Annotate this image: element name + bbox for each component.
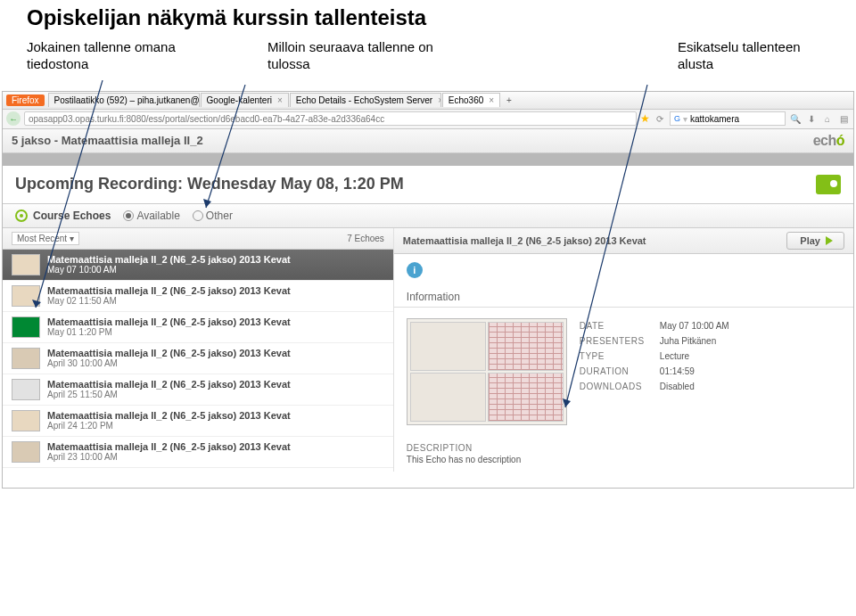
arrow-3	[558, 85, 674, 415]
menu-icon[interactable]: ▤	[837, 112, 850, 125]
play-icon	[826, 236, 833, 245]
search-input[interactable]: kattokamera	[690, 114, 739, 124]
record-icon	[816, 175, 841, 194]
search-provider-icon: G	[674, 114, 680, 123]
annotation-preview: Esikatselu tallenteen alusta	[678, 39, 829, 73]
list-item[interactable]: Matemaattisia malleja II_2 (N6_2-5 jakso…	[3, 374, 393, 406]
echo-title: Matemaattisia malleja II_2 (N6_2-5 jakso…	[47, 316, 291, 327]
search-icon[interactable]: 🔍	[789, 112, 802, 125]
desc-val: This Echo has no description	[407, 455, 841, 464]
list-icon	[15, 209, 28, 222]
svg-line-4	[565, 85, 647, 407]
preview-thumbnail[interactable]	[407, 318, 567, 425]
list-item[interactable]: Matemaattisia malleja II_2 (N6_2-5 jakso…	[3, 312, 393, 343]
echo-title: Matemaattisia malleja II_2 (N6_2-5 jakso…	[47, 410, 291, 421]
list-item[interactable]: Matemaattisia malleja II_2 (N6_2-5 jakso…	[3, 437, 393, 468]
arrow-2	[201, 85, 263, 214]
info-icon[interactable]: i	[407, 262, 423, 278]
new-tab-button[interactable]: +	[501, 94, 517, 107]
tab-2[interactable]: Echo Details - EchoSystem Server×	[290, 93, 441, 107]
annotation-file: Jokainen tallenne omana tiedostona	[27, 39, 205, 73]
home-icon[interactable]: ⌂	[821, 112, 834, 125]
thumbnail-icon	[12, 441, 40, 463]
svg-marker-3	[203, 199, 211, 208]
echo-logo: echó	[813, 133, 844, 149]
download-icon[interactable]: ⬇	[805, 112, 818, 125]
back-icon[interactable]: ←	[6, 111, 21, 126]
description-block: DESCRIPTION This Echo has no description	[394, 436, 853, 472]
echo-date: April 24 1:20 PM	[47, 421, 291, 431]
thumbnail-icon	[12, 410, 40, 431]
echo-date: April 23 10:00 AM	[47, 452, 291, 462]
play-button[interactable]: Play	[786, 232, 844, 250]
close-icon[interactable]: ×	[489, 95, 494, 105]
echo-date: April 25 11:50 AM	[47, 390, 291, 399]
footer-spacer	[3, 472, 853, 488]
thumbnail-icon	[12, 348, 40, 369]
svg-marker-5	[563, 398, 571, 407]
arrow-1	[27, 80, 134, 312]
search-box[interactable]: G ▾ kattokamera	[670, 111, 786, 126]
close-icon[interactable]: ×	[438, 95, 441, 105]
chevron-down-icon[interactable]: ▾	[683, 114, 687, 124]
thumbnail-icon	[12, 316, 40, 338]
list-item[interactable]: Matemaattisia malleja II_2 (N6_2-5 jakso…	[3, 406, 393, 437]
echo-date: May 01 1:20 PM	[47, 327, 291, 337]
echo-date: April 30 10:00 AM	[47, 358, 291, 368]
slide-title: Opiskelijan näkymä kurssin tallenteista	[0, 0, 856, 34]
thumbnail-icon	[12, 379, 40, 400]
echo-title: Matemaattisia malleja II_2 (N6_2-5 jakso…	[47, 348, 291, 358]
desc-key: DESCRIPTION	[407, 443, 841, 453]
echo-title: Matemaattisia malleja II_2 (N6_2-5 jakso…	[47, 441, 291, 452]
tab-3[interactable]: Echo360×	[442, 93, 500, 107]
tab-2-label: Echo Details - EchoSystem Server	[296, 95, 432, 105]
svg-line-2	[206, 85, 245, 208]
echo-title: Matemaattisia malleja II_2 (N6_2-5 jakso…	[47, 379, 291, 390]
tab-3-label: Echo360	[449, 95, 483, 105]
echo-count: 7 Echoes	[347, 234, 384, 243]
svg-line-0	[36, 80, 103, 308]
close-icon[interactable]: ×	[277, 95, 283, 105]
svg-marker-1	[32, 300, 41, 308]
list-item[interactable]: Matemaattisia malleja II_2 (N6_2-5 jakso…	[3, 343, 393, 374]
annotation-upcoming: Milloin seuraava tallenne on tulossa	[268, 39, 446, 73]
